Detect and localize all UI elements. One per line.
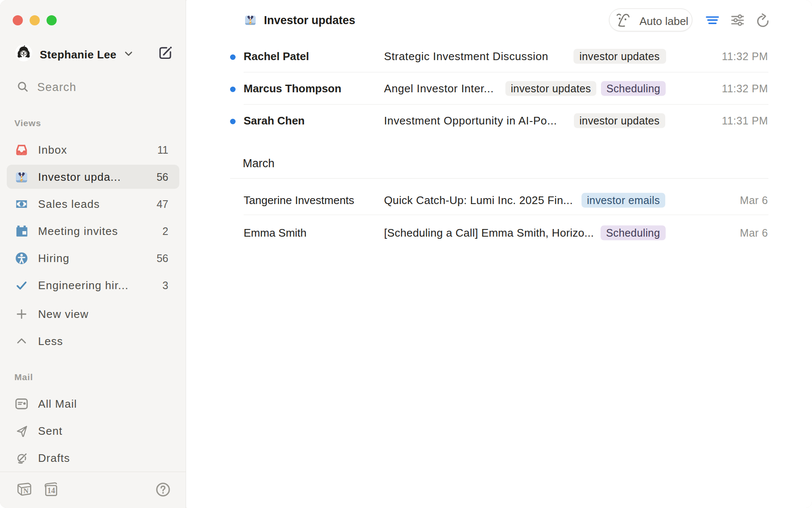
svg-text:14: 14 [47,486,55,495]
svg-text:N: N [23,487,29,495]
